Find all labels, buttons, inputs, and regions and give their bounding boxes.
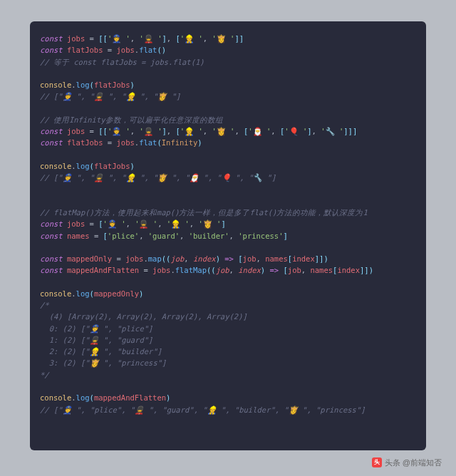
- toutiao-icon: 头: [372, 457, 382, 467]
- blank-line: [40, 183, 416, 195]
- code-comment: // 使用Infinity参数，可以扁平化任意深度的数组: [40, 114, 416, 125]
- code-line: const mappedOnly = jobs.map((job, index)…: [40, 253, 416, 264]
- blank-line: [40, 149, 416, 160]
- code-comment: // flatMap()方法，使用起来和map()方法一样，但是多了flat()…: [40, 207, 416, 218]
- code-line: const jobs = [['👮 ', '💂 '], ['👷 ', '👸 ']…: [40, 33, 416, 44]
- code-comment: (4) [Array(2), Array(2), Array(2), Array…: [40, 311, 416, 322]
- blank-line: [40, 381, 416, 392]
- code-line: const names = ['plice', 'guard', 'builde…: [40, 230, 416, 242]
- code-comment: 2: (2) ["👷 ", "builder"]: [40, 346, 416, 357]
- code-line: console.log(flatJobs): [40, 160, 416, 172]
- blank-line: [40, 276, 416, 288]
- code-comment: 1: (2) ["💂 ", "guard"]: [40, 334, 416, 346]
- blank-line: [40, 242, 416, 253]
- code-comment: */: [40, 369, 416, 381]
- code-line: const flatJobs = jobs.flat(): [40, 44, 416, 56]
- code-line: const jobs = ['👮 ', '💂 ', '👷 ', '👸 ']: [40, 218, 416, 229]
- blank-line: [40, 68, 416, 79]
- code-comment: // ["👮 ", "💂 ", "👷 ", "👸 "]: [40, 90, 416, 102]
- code-line: console.log(flatJobs): [40, 79, 416, 90]
- code-comment: // ["👮 ", "💂 ", "👷 ", "👸 ", "🎅 ", "🎈 ", …: [40, 172, 416, 183]
- code-editor: const jobs = [['👮 ', '💂 '], ['👷 ', '👸 ']…: [30, 21, 426, 450]
- watermark-label: 头条 @前端知否: [385, 457, 442, 469]
- code-comment: 3: (2) ["👸 ", "princess"]: [40, 357, 416, 368]
- code-comment: /*: [40, 299, 416, 311]
- blank-line: [40, 103, 416, 114]
- code-comment: // 等于 const flatJobs = jobs.flat(1): [40, 56, 416, 68]
- code-line: const jobs = [['👮 ', '💂 '], ['👷 ', '👸 ',…: [40, 125, 416, 137]
- code-comment: // ["👮 ", "plice", "💂 ", "guard", "👷 ", …: [40, 404, 416, 415]
- blank-line: [40, 195, 416, 207]
- code-comment: 0: (2) ["👮 ", "plice"]: [40, 323, 416, 334]
- code-line: console.log(mappedAndFlatten): [40, 392, 416, 403]
- code-line: const mappedAndFlatten = jobs.flatMap((j…: [40, 264, 416, 276]
- watermark: 头 头条 @前端知否: [372, 457, 442, 469]
- code-line: console.log(mappedOnly): [40, 288, 416, 299]
- code-line: const flatJobs = jobs.flat(Infinity): [40, 137, 416, 148]
